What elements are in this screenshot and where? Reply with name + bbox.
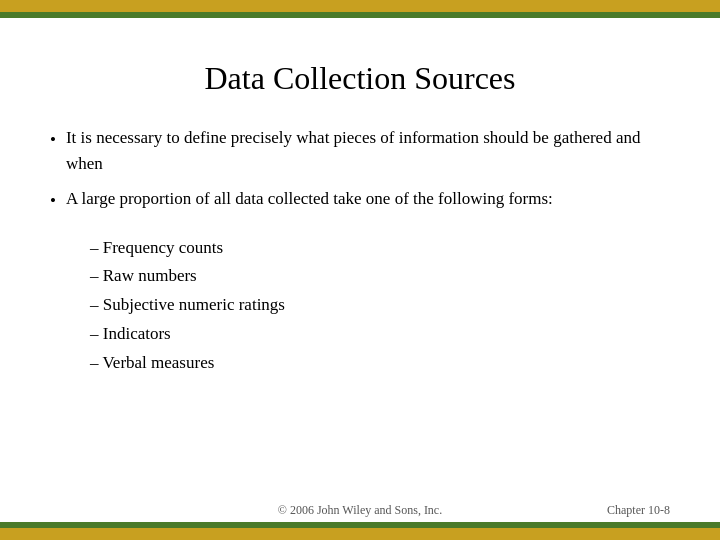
green-accent-top [0, 12, 720, 18]
bullet-text-1: It is necessary to define precisely what… [66, 125, 670, 176]
bullet-text-2: A large proportion of all data collected… [66, 186, 553, 212]
sub-list: – Frequency counts – Raw numbers – Subje… [90, 234, 670, 378]
sub-item-3: – Subjective numeric ratings [90, 291, 670, 320]
sub-item-5: – Verbal measures [90, 349, 670, 378]
footer-copyright: © 2006 John Wiley and Sons, Inc. [278, 503, 442, 518]
slide-title: Data Collection Sources [50, 60, 670, 97]
sub-item-2: – Raw numbers [90, 262, 670, 291]
bottom-bar [0, 528, 720, 540]
slide: Data Collection Sources • It is necessar… [0, 0, 720, 540]
bullet-list: • It is necessary to define precisely wh… [50, 125, 670, 214]
bullet-dot-1: • [50, 127, 56, 153]
bullet-item-1: • It is necessary to define precisely wh… [50, 125, 670, 176]
top-bar [0, 0, 720, 12]
bullet-item-2: • A large proportion of all data collect… [50, 186, 670, 214]
slide-content: Data Collection Sources • It is necessar… [0, 30, 720, 418]
bullet-dot-2: • [50, 188, 56, 214]
footer-chapter: Chapter 10-8 [607, 503, 670, 518]
sub-item-1: – Frequency counts [90, 234, 670, 263]
sub-item-4: – Indicators [90, 320, 670, 349]
